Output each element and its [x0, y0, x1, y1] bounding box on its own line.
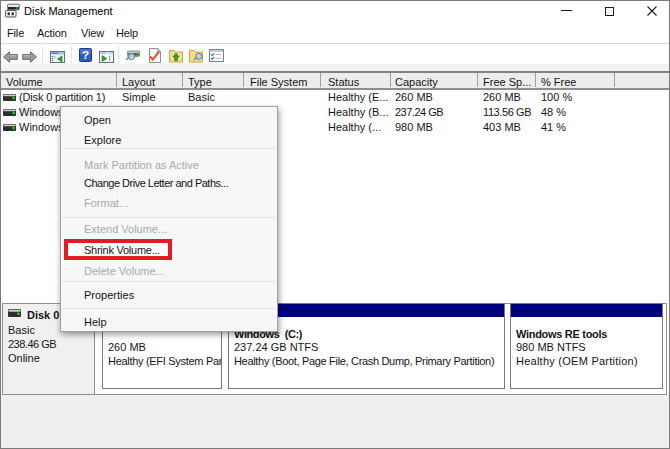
svg-text:?: ?: [82, 49, 89, 61]
